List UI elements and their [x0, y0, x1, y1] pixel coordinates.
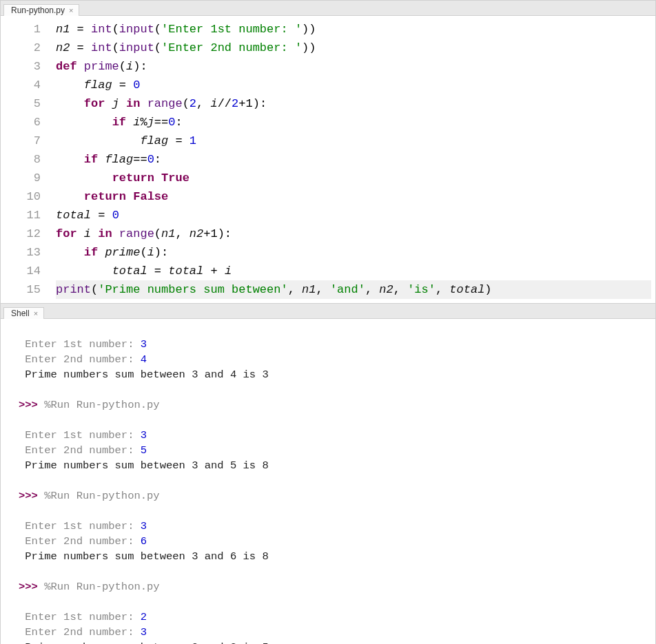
code-area[interactable]: 1 2 3 4 5 6 7 8 9 10 11 12 13 14 15 n1 =… — [1, 16, 655, 303]
shell-output[interactable]: Enter 1st number: 3 Enter 2nd number: 4 … — [1, 319, 655, 644]
editor-tab-bar: Run-python.py × — [1, 1, 655, 16]
line-number: 4 — [1, 76, 41, 94]
line-number: 2 — [1, 39, 41, 57]
shell-tab[interactable]: Shell × — [3, 307, 44, 319]
shell-pane: Shell × Enter 1st number: 3 Enter 2nd nu… — [0, 304, 656, 644]
shell-tab-label: Shell — [11, 309, 30, 318]
close-icon[interactable]: × — [69, 6, 73, 14]
editor-pane: Run-python.py × 1 2 3 4 5 6 7 8 9 10 11 … — [0, 0, 656, 304]
code-text[interactable]: n1 = int(input('Enter 1st number: '))n2 … — [50, 16, 655, 303]
line-number: 9 — [1, 169, 41, 187]
line-number: 6 — [1, 113, 41, 132]
close-icon[interactable]: × — [34, 309, 38, 318]
line-number: 3 — [1, 57, 41, 76]
line-number: 11 — [1, 206, 41, 225]
editor-tab-label: Run-python.py — [11, 6, 65, 15]
line-number-gutter: 1 2 3 4 5 6 7 8 9 10 11 12 13 14 15 — [1, 16, 50, 303]
line-number: 7 — [1, 132, 41, 150]
shell-tab-bar: Shell × — [1, 304, 655, 319]
line-number: 8 — [1, 150, 41, 169]
line-number: 1 — [1, 20, 41, 39]
line-number: 12 — [1, 225, 41, 243]
line-number: 5 — [1, 94, 41, 113]
line-number: 13 — [1, 243, 41, 262]
editor-tab[interactable]: Run-python.py × — [3, 4, 79, 16]
line-number: 15 — [1, 280, 41, 299]
line-number: 10 — [1, 187, 41, 206]
line-number: 14 — [1, 262, 41, 280]
